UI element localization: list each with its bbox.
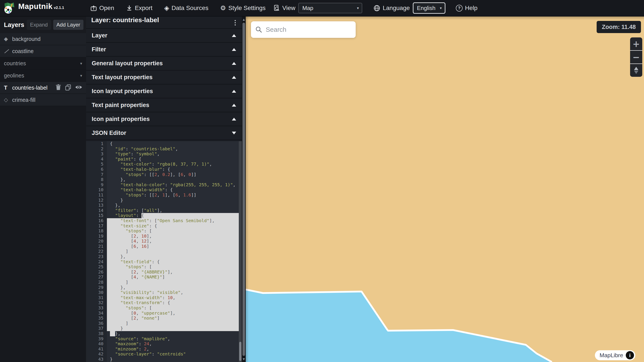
code-text: } xyxy=(107,326,242,331)
code-line: 33 "stops": [ xyxy=(86,305,242,311)
chevron-down-icon[interactable]: ▾ xyxy=(80,73,82,78)
code-text: "text-color": "rgba(8, 37, 77, 1)", xyxy=(107,162,242,167)
code-text: "text-halo-color": "rgba(255, 255, 255, … xyxy=(107,182,242,188)
section-icon-layout-properties[interactable]: Icon layout properties xyxy=(86,84,242,98)
info-icon[interactable]: i xyxy=(626,351,634,359)
open-label: Open xyxy=(99,5,114,12)
chevron-down-icon: ▾ xyxy=(440,6,442,10)
line-number: 24 xyxy=(86,259,107,265)
json-editor[interactable]: 1{2 "id": "countries-label",3 "type": "s… xyxy=(86,141,242,362)
code-text: "text-halo-width": { xyxy=(107,187,242,193)
line-number: 21 xyxy=(86,244,107,249)
expand-button[interactable]: Expand xyxy=(27,20,51,30)
layer-item-countries-label[interactable]: Tcountries-label xyxy=(0,82,86,94)
line-number: 39 xyxy=(86,336,107,341)
line-number: 25 xyxy=(86,264,107,270)
panel-scrollbar[interactable]: ▲ ▼ xyxy=(242,17,246,362)
line-number: 34 xyxy=(86,311,107,316)
section-text-paint-properties[interactable]: Text paint properties xyxy=(86,98,242,112)
layer-menu-kebab-icon[interactable] xyxy=(234,19,236,26)
style-settings-button[interactable]: ⚙ Style Settings xyxy=(220,5,266,12)
code-text: "text-halo-blur": { xyxy=(107,167,242,172)
language-select[interactable]: English ▾ xyxy=(413,3,446,14)
language-menu: Language xyxy=(374,5,410,12)
line-number: 6 xyxy=(86,167,107,172)
layer-item-crimea-fill[interactable]: ◇crimea-fill xyxy=(0,94,86,106)
map-canvas[interactable]: Search Zoom: 11.48 + − MapLibre i xyxy=(246,17,644,362)
view-icon xyxy=(273,5,280,11)
style-settings-icon: ⚙ xyxy=(220,5,226,11)
code-line: 31 "text-max-width": 10, xyxy=(86,295,242,300)
line-number: 28 xyxy=(86,280,107,285)
selection-start: { xyxy=(142,213,144,218)
scroll-up-icon[interactable]: ▲ xyxy=(242,18,246,21)
search-input[interactable]: Search xyxy=(266,26,286,33)
line-number: 26 xyxy=(86,270,107,275)
layer-editor-panel: Layer: countries-label LayerFilterGenera… xyxy=(86,17,242,362)
open-button[interactable]: Open xyxy=(90,5,114,12)
line-number: 38 xyxy=(86,331,107,336)
map-basemap xyxy=(246,17,644,362)
diamond-filled-icon: ◆ xyxy=(4,36,12,42)
compass-button[interactable] xyxy=(630,64,642,77)
line-number: 27 xyxy=(86,275,107,280)
code-text: ] xyxy=(107,280,242,285)
layers-sidebar: Layers Expand Add Layer ◆backgroundcoast… xyxy=(0,17,86,362)
add-layer-button[interactable]: Add Layer xyxy=(53,20,84,30)
view-label: View xyxy=(282,5,295,12)
zoom-out-button[interactable]: − xyxy=(630,50,642,64)
attribution-link[interactable]: MapLibre xyxy=(600,352,623,359)
property-sections: LayerFilterGeneral layout propertiesText… xyxy=(86,29,242,140)
layer-item-background[interactable]: ◆background xyxy=(0,33,86,45)
help-button[interactable]: ? Help xyxy=(456,5,478,12)
panel-scrollbar-thumb[interactable] xyxy=(242,23,245,356)
app-version: v2.1.1 xyxy=(54,6,64,10)
section-json-editor[interactable]: JSON Editor xyxy=(86,126,242,140)
code-line: 8 }, xyxy=(86,177,242,182)
editor-scrollbar-thumb[interactable] xyxy=(239,342,242,361)
section-icon-paint-properties[interactable]: Icon paint properties xyxy=(86,112,242,126)
code-line: 32 "text-transform": { xyxy=(86,300,242,305)
zoom-in-button[interactable]: + xyxy=(630,37,642,50)
section-layer[interactable]: Layer xyxy=(86,29,242,43)
section-general-layout-properties[interactable]: General layout properties xyxy=(86,57,242,71)
duplicate-layer-icon[interactable] xyxy=(65,84,71,91)
chevron-down-icon[interactable]: ▾ xyxy=(80,61,82,66)
layer-item-coastline[interactable]: coastline xyxy=(0,45,86,57)
expand-section-icon xyxy=(232,104,236,107)
maputnik-logo-icon xyxy=(3,2,15,14)
delete-layer-icon[interactable] xyxy=(56,84,61,91)
section-filter[interactable]: Filter xyxy=(86,43,242,57)
editor-scrollbar[interactable] xyxy=(239,141,242,362)
code-text: "text-max-width": 10, xyxy=(107,295,242,300)
data-sources-label: Data Sources xyxy=(172,5,208,12)
view-select[interactable]: Map ▾ xyxy=(298,3,362,13)
code-text: [6, 16] xyxy=(107,244,242,249)
code-line: 20 [4, 12], xyxy=(86,239,242,244)
language-globe-icon xyxy=(374,5,380,12)
expand-section-icon xyxy=(232,62,236,65)
export-button[interactable]: Export xyxy=(126,5,152,12)
code-line: 23 }, xyxy=(86,254,242,259)
layer-group-geolines[interactable]: geolines▾ xyxy=(0,70,86,82)
data-sources-button[interactable]: ◈ Data Sources xyxy=(164,5,208,12)
brand: Maputnik v2.1.1 xyxy=(3,2,90,14)
line-number: 35 xyxy=(86,316,107,321)
layer-group-countries[interactable]: countries▾ xyxy=(0,57,86,70)
line-number: 37 xyxy=(86,326,107,331)
code-line: 35 [2, "none"] xyxy=(86,316,242,321)
scroll-down-icon[interactable]: ▼ xyxy=(242,357,246,361)
compass-icon xyxy=(634,67,638,74)
code-line: 9 "text-halo-color": "rgba(255, 255, 255… xyxy=(86,182,242,188)
layer-label: crimea-fill xyxy=(12,97,82,103)
visibility-layer-icon[interactable] xyxy=(75,85,82,91)
line-number: 9 xyxy=(86,182,107,188)
section-text-layout-properties[interactable]: Text layout properties xyxy=(86,71,242,84)
code-text: [2, "none"] xyxy=(107,316,242,321)
export-icon xyxy=(126,5,132,11)
view-menu: View xyxy=(273,5,295,12)
code-text: }, xyxy=(107,285,242,290)
map-search-box[interactable]: Search xyxy=(251,21,356,38)
line-number: 31 xyxy=(86,295,107,300)
code-text: "minzoom": 2, xyxy=(107,346,242,352)
